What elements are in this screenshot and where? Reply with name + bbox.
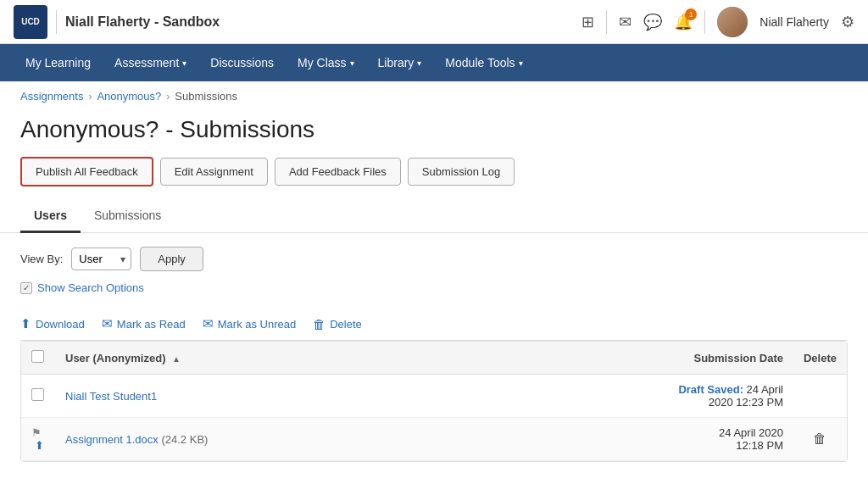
breadcrumb-sep: › [166,91,170,103]
add-feedback-files-button[interactable]: Add Feedback Files [275,158,401,186]
mark-as-read-label: Mark as Read [117,318,186,331]
col-header-delete: Delete [793,342,847,375]
file-size: (24.2 KB) [161,433,208,446]
file-date-cell: 24 April 2020 12:18 PM [658,418,793,461]
delete-row-icon[interactable]: 🗑 [813,431,826,446]
mark-unread-icon: ✉ [203,316,214,331]
mark-read-icon: ✉ [102,316,113,331]
file-name-cell: Assignment 1.docx (24.2 KB) [55,418,658,461]
tab-submissions-label: Submissions [94,209,161,222]
view-by-row: View By: User Group Apply [20,247,848,271]
table-header-row: User (Anonymized) ▲ Submission Date Dele… [21,342,847,375]
file-date-line2: 12:18 PM [668,439,783,452]
logo-text: UCD [21,17,40,27]
row-checkbox[interactable] [31,388,44,401]
breadcrumb-assignments[interactable]: Assignments [20,90,83,103]
nav-item-myclass[interactable]: My Class ▾ [286,44,366,81]
user-link[interactable]: Niall Test Student1 [65,390,157,403]
search-options-checkbox[interactable]: ✓ [20,282,32,294]
view-by-select-wrapper: User Group [71,248,131,270]
nav-label-moduletools: Module Tools [445,56,515,70]
file-link[interactable]: Assignment 1.docx [65,433,159,446]
nav-item-moduletools[interactable]: Module Tools ▾ [433,44,534,81]
table-row: ⚑ ⬆ Assignment 1.docx (24.2 KB) 24 April… [21,418,847,461]
nav-label-myclass: My Class [298,56,347,70]
action-bar: Publish All Feedback Edit Assignment Add… [0,157,868,200]
settings-icon[interactable]: ⚙ [841,13,854,31]
user-name-cell: Niall Test Student1 [55,375,658,418]
divider [606,10,607,34]
tabs-bar: Users Submissions [0,200,868,233]
col-date-label: Submission Date [694,352,783,364]
col-delete-label: Delete [804,352,837,364]
breadcrumb: Assignments › Anonymous? › Submissions [0,81,868,111]
user-name-label[interactable]: Niall Flaherty [760,15,829,29]
notification-badge: 1 [685,8,697,20]
publish-all-feedback-button[interactable]: Publish All Feedback [20,157,153,186]
submission-log-button[interactable]: Submission Log [408,158,515,186]
mail-icon[interactable]: ✉ [619,13,632,31]
nav-item-discussions[interactable]: Discussions [198,44,286,81]
col-header-date[interactable]: Submission Date [658,342,793,375]
col-header-user[interactable]: User (Anonymized) ▲ [55,342,658,375]
file-date-line1: 24 April 2020 [668,426,783,439]
table-row: Niall Test Student1 Draft Saved: 24 Apri… [21,375,847,418]
submission-icon: ⬆ [35,439,44,452]
empty-delete-cell [793,375,847,418]
file-flag-cell: ⚑ ⬆ [21,418,55,461]
download-label: Download [36,318,85,331]
chevron-down-icon: ▾ [350,58,354,68]
mark-as-unread-label: Mark as Unread [218,318,296,331]
nav-item-assessment[interactable]: Assessment ▾ [103,44,198,81]
mark-as-unread-button[interactable]: ✉ Mark as Unread [203,316,296,331]
draft-saved-label: Draft Saved: [678,383,743,396]
divider [704,10,705,34]
select-all-checkbox[interactable] [31,350,44,363]
notification-icon[interactable]: 🔔 1 [674,13,693,31]
download-icon: ⬆ [20,316,31,331]
file-delete-cell: 🗑 [793,418,847,461]
edit-assignment-button[interactable]: Edit Assignment [160,158,268,186]
tab-users[interactable]: Users [20,200,81,233]
chevron-down-icon: ▾ [417,58,421,68]
chat-icon[interactable]: 💬 [643,13,662,31]
chevron-down-icon: ▾ [519,58,523,68]
top-header: UCD Niall Flaherty - Sandbox ⊞ ✉ 💬 🔔 1 N… [0,0,868,44]
nav-label-mylearning: My Learning [25,56,91,70]
nav-item-mylearning[interactable]: My Learning [14,44,103,81]
page-title: Anonymous? - Submissions [0,111,868,157]
nav-label-library: Library [378,56,415,70]
mark-as-read-button[interactable]: ✉ Mark as Read [102,316,186,331]
divider [56,10,57,34]
trash-icon: 🗑 [313,317,326,331]
apply-button[interactable]: Apply [140,247,203,271]
search-options-row: ✓ Show Search Options [20,281,848,294]
view-by-label: View By: [20,253,63,265]
nav-item-library[interactable]: Library ▾ [366,44,434,81]
breadcrumb-sep: › [88,91,92,103]
avatar [717,7,748,37]
download-button[interactable]: ⬆ Download [20,316,85,331]
nav-label-assessment: Assessment [114,56,179,70]
content-area: View By: User Group Apply ✓ Show Search … [0,233,868,476]
logo: UCD [14,5,47,39]
delete-button[interactable]: 🗑 Delete [313,317,362,331]
checkbox-check-icon: ✓ [23,283,30,292]
header-left: UCD Niall Flaherty - Sandbox [14,5,220,39]
sort-asc-icon: ▲ [172,354,181,364]
nav-bar: My Learning Assessment ▾ Discussions My … [0,44,868,81]
delete-label: Delete [330,318,362,331]
grid-icon[interactable]: ⊞ [581,13,594,31]
tab-users-label: Users [34,209,67,222]
breadcrumb-anonymous[interactable]: Anonymous? [97,90,161,103]
show-search-options-link[interactable]: Show Search Options [37,281,144,294]
draft-date-cell: Draft Saved: 24 April 2020 12:23 PM [658,375,793,418]
site-title: Niall Flaherty - Sandbox [65,14,220,30]
chevron-down-icon: ▾ [182,58,186,68]
tab-submissions[interactable]: Submissions [81,200,175,233]
view-by-select[interactable]: User Group [71,248,131,270]
col-user-label: User (Anonymized) [65,352,165,364]
col-header-checkbox [21,342,55,375]
submissions-table: User (Anonymized) ▲ Submission Date Dele… [20,341,848,462]
flag-icon: ⚑ [31,426,42,439]
